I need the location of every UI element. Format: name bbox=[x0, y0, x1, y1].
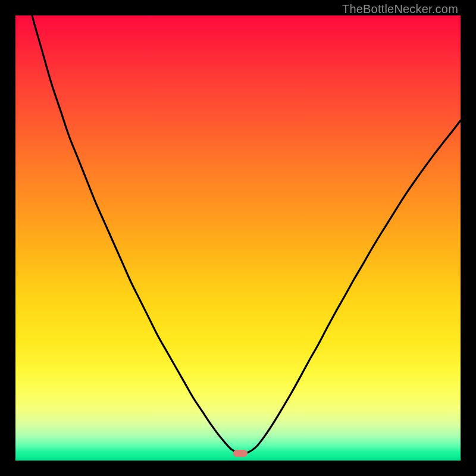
watermark-text: TheBottleNecker.com bbox=[342, 2, 458, 16]
chart-frame: TheBottleNecker.com bbox=[0, 0, 476, 476]
minimum-marker bbox=[233, 450, 248, 457]
bottleneck-curve bbox=[15, 15, 461, 461]
plot-area bbox=[15, 15, 461, 461]
